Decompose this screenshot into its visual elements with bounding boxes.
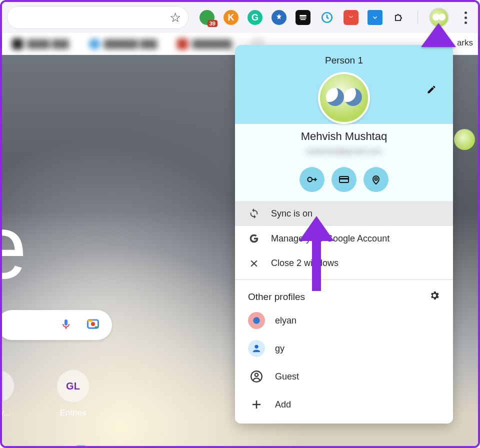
pencil-icon: [426, 84, 436, 94]
extension-monkey-icon[interactable]: [296, 10, 310, 25]
edit-profile-button[interactable]: [423, 81, 440, 98]
shortcut-label: Entries: [57, 408, 89, 418]
google-g-icon: [248, 233, 260, 244]
voice-search-icon[interactable]: [60, 316, 72, 334]
add-shortcut-tile[interactable]: + Add shortcut: [57, 445, 104, 448]
omnibox[interactable]: ☆: [7, 6, 188, 29]
svg-rect-3: [88, 320, 92, 322]
profile-user-name: Mehvish Mushtaq: [235, 130, 453, 143]
extension-plus-icon[interactable]: [272, 10, 286, 25]
guest-icon: [248, 368, 265, 385]
profile-menu-header: Person 1: [235, 45, 453, 124]
search-box[interactable]: [0, 310, 112, 340]
payment-chip[interactable]: [332, 167, 356, 192]
svg-point-8: [375, 178, 378, 180]
extension-kami-icon[interactable]: K: [224, 10, 238, 25]
svg-point-9: [253, 317, 260, 324]
profile-avatar-button[interactable]: [429, 8, 449, 28]
extension-clockify-icon[interactable]: [320, 10, 334, 25]
svg-point-12: [255, 374, 258, 377]
extension-keeper-icon[interactable]: 39: [200, 10, 214, 25]
profile-name: gy: [275, 344, 284, 354]
key-icon: [306, 173, 318, 186]
profile-name: elyan: [275, 316, 296, 326]
sync-label: Sync is on: [271, 208, 312, 219]
pin-icon: [370, 174, 382, 186]
profile-avatar-icon: [248, 312, 265, 329]
extension-badge: 39: [208, 20, 218, 27]
passwords-chip[interactable]: [300, 167, 324, 192]
bookmark-star-icon[interactable]: ☆: [170, 10, 181, 26]
bg-avatar: [454, 129, 475, 150]
extensions-puzzle-icon[interactable]: [392, 10, 406, 25]
lens-search-icon[interactable]: [86, 317, 100, 333]
guest-profile-item[interactable]: Guest: [235, 362, 453, 390]
extensions-strip: 39 K G: [188, 8, 473, 28]
close-icon: [248, 258, 260, 268]
google-logo-fragment: e: [0, 195, 24, 298]
sync-icon: [248, 208, 260, 219]
shortcut-tile[interactable]: e My...: [0, 370, 14, 418]
profile-switch-item[interactable]: gy: [235, 334, 453, 362]
extension-download-icon[interactable]: [368, 10, 382, 25]
profile-avatar-icon: [248, 340, 265, 357]
add-profile-item[interactable]: Add: [235, 390, 453, 418]
add-profile-label: Add: [275, 400, 291, 410]
manage-account-menu-item[interactable]: Manage your Google Account: [235, 226, 453, 251]
shortcut-label: e My...: [0, 408, 14, 418]
profile-user-email: redacted@gmail.com: [235, 147, 453, 156]
svg-point-5: [308, 178, 312, 182]
profile-menu-popup: Person 1 Mehvish Mushtaq redacted@gmail.…: [235, 45, 453, 424]
sync-menu-item[interactable]: Sync is on: [235, 201, 453, 226]
svg-rect-7: [340, 178, 348, 180]
addresses-chip[interactable]: [364, 167, 388, 192]
browser-toolbar: ☆ 39 K G: [2, 2, 478, 33]
profile-switch-item[interactable]: elyan: [235, 306, 453, 334]
svg-point-2: [91, 322, 95, 326]
profile-chip-label: Person 1: [235, 55, 453, 66]
guest-label: Guest: [275, 372, 299, 382]
manage-profiles-button[interactable]: [429, 290, 440, 304]
gear-icon: [429, 290, 440, 301]
svg-point-10: [254, 345, 258, 348]
plus-icon: [248, 396, 265, 413]
extension-grammarly-icon[interactable]: G: [248, 10, 262, 25]
shortcut-tile[interactable]: [0, 445, 14, 448]
svg-rect-4: [95, 326, 98, 328]
manage-account-label: Manage your Google Account: [271, 234, 390, 244]
shortcut-tile[interactable]: GL Entries: [57, 370, 89, 418]
bookmarks-overflow-label[interactable]: arks: [457, 38, 473, 48]
close-windows-label: Close 2 windows: [271, 258, 338, 268]
close-windows-menu-item[interactable]: Close 2 windows: [235, 251, 453, 276]
card-icon: [338, 174, 350, 186]
chrome-menu-button[interactable]: [458, 12, 473, 24]
other-profiles-header: Other profiles: [248, 292, 305, 302]
extension-red-icon[interactable]: [344, 10, 358, 25]
profile-avatar-large: [318, 72, 370, 124]
